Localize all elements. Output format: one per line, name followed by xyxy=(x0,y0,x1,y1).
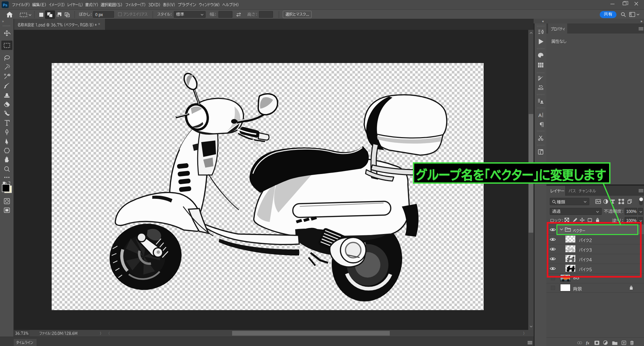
svg-text:fx: fx xyxy=(586,341,589,345)
svg-text:A: A xyxy=(538,112,542,118)
svg-text:Ps: Ps xyxy=(3,3,7,7)
